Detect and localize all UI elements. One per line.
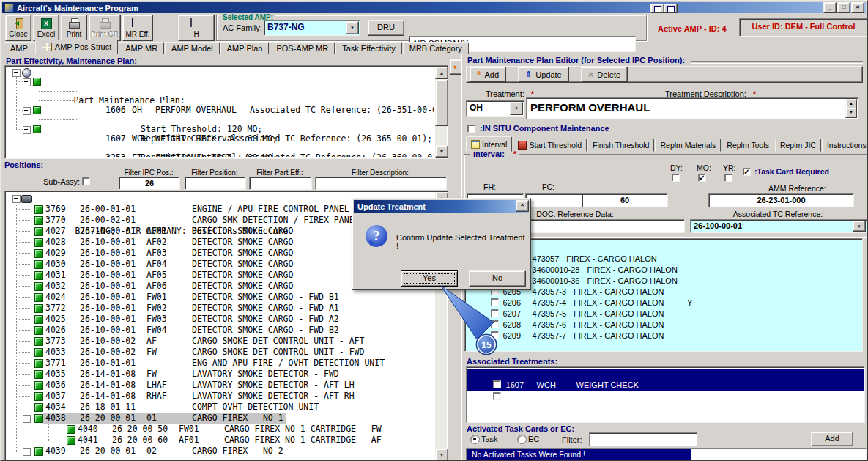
- float-tool-button-2[interactable]: [664, 4, 678, 13]
- main-tab[interactable]: AMP Model: [165, 42, 220, 54]
- plan-tree[interactable]: Part Maintenance Plan: 1606OHPERFORM OVE…: [4, 65, 448, 159]
- mo-checkbox[interactable]: ✓: [698, 174, 706, 182]
- chevron-down-icon[interactable]: ▼: [346, 21, 359, 34]
- position-row[interactable]: 403726-14-01-08RHAFLAVATORY SMOKE DETECT…: [7, 391, 434, 402]
- mr-eff-button[interactable]: MR Eff.: [122, 15, 153, 41]
- tree-expand-toggle[interactable]: [23, 415, 31, 423]
- effectivity-row[interactable]: 6208473957-6FIREX - CARGO HALON: [465, 309, 862, 320]
- position-row[interactable]: 403526-14-01-08FWLAVATORY SMOKE DETECTOR…: [7, 369, 434, 380]
- effectivity-checkbox[interactable]: [491, 331, 499, 339]
- print-cr-button[interactable]: Print CR: [89, 15, 121, 41]
- scroll-down-button[interactable]: ▼: [435, 145, 448, 158]
- ec-radio[interactable]: [517, 435, 527, 444]
- treatment-checkbox[interactable]: [493, 380, 501, 388]
- main-tab[interactable]: AMP Plan: [220, 42, 270, 54]
- add-button[interactable]: *Add: [470, 67, 506, 82]
- scrollbar-thumb[interactable]: [435, 79, 448, 126]
- editor-tab[interactable]: Instructions: [822, 139, 868, 152]
- tree-expand-toggle[interactable]: [12, 195, 21, 203]
- plan-tree-scrollbar[interactable]: ▲ ▼: [435, 67, 447, 158]
- history-button[interactable]: H: [178, 15, 215, 41]
- plan-tree-row[interactable]: Start Threshold: 120 MO;: [7, 86, 434, 96]
- position-row[interactable]: 402526-10-00-01FW03DETECTOR SMOKE CARGO …: [7, 314, 434, 325]
- filter-part-input[interactable]: [249, 177, 312, 190]
- insitu-checkbox[interactable]: [467, 125, 475, 133]
- position-row[interactable]: 403626-14-01-08LHAFLAVATORY SMOKE DETECT…: [7, 380, 434, 391]
- dru-button[interactable]: DRU: [368, 20, 404, 36]
- editor-tab[interactable]: Replm Tools: [722, 139, 774, 152]
- print-button[interactable]: Print: [61, 15, 87, 41]
- effectivity-row[interactable]: 6207473957-5FIREX - CARGO HALONY: [465, 298, 862, 309]
- chevron-down-icon[interactable]: ▼: [853, 221, 866, 232]
- filter-description-input[interactable]: [315, 177, 447, 190]
- effectivity-row[interactable]: 6209473957-7FIREX - CARGO HALON: [465, 320, 862, 331]
- plan-tree-row[interactable]: Repetitive Interval: 60 MO;: [7, 134, 434, 144]
- close-button[interactable]: Close: [5, 15, 31, 41]
- position-row[interactable]: 403326-10-00-02FWCARGO SMOKE DET CONTROL…: [7, 347, 434, 358]
- ac-family-select[interactable]: B737-NG ▼: [264, 20, 360, 36]
- no-button[interactable]: No: [469, 270, 526, 287]
- task-radio[interactable]: [470, 435, 480, 444]
- fc-input[interactable]: [525, 193, 582, 207]
- position-row[interactable]: 402426-10-00-01FW01DETECTOR SMOKE CARGO …: [7, 292, 434, 303]
- editor-tab[interactable]: Replm Materials: [655, 139, 721, 152]
- tree-expand-toggle[interactable]: [12, 69, 21, 77]
- excel-button[interactable]: X Excel: [33, 15, 59, 41]
- plan-tree-root[interactable]: Part Maintenance Plan:: [7, 67, 434, 77]
- close-window-button[interactable]: ×: [851, 2, 864, 13]
- position-row[interactable]: 404026-20-00-50FW01CARGO FIREX NO 1 CART…: [7, 424, 434, 435]
- plan-tree-row[interactable]: 1606OHPERFORM OVERHAULAssociated TC Refe…: [7, 77, 434, 86]
- dialog-close-button[interactable]: ×: [516, 200, 529, 212]
- delete-button[interactable]: ×Delete: [581, 67, 628, 82]
- editor-tab[interactable]: Finish Threshold: [587, 139, 654, 152]
- plan-tree-row[interactable]: Repetitive Interval: 60 MO;: [7, 115, 434, 125]
- spinner-down-button[interactable]: ▼: [845, 108, 857, 118]
- interval-value-field[interactable]: 60: [582, 193, 668, 207]
- maximize-button[interactable]: □: [837, 2, 850, 13]
- plan-tree-row[interactable]: 1607WCHWEIGHT CHECKAssociated TC Referen…: [7, 106, 434, 115]
- filter-position-input[interactable]: [185, 177, 246, 190]
- title-bar[interactable]: Aircraft's Maintenance Program: [2, 2, 866, 13]
- position-row[interactable]: 377226-10-00-01FW02DETECTOR SMOKE CARGO …: [7, 303, 434, 314]
- filter-ipc-input[interactable]: 26: [119, 177, 180, 190]
- plan-tree-row[interactable]: Repetitive Interval: 60 MO;: [7, 96, 434, 106]
- main-tab[interactable]: AMP MR: [119, 42, 164, 54]
- activated-tasks-list[interactable]: No Activated Tasks Were Found !: [466, 448, 867, 461]
- tc-reference-select[interactable]: 26-100-00-01 ▼: [690, 219, 867, 233]
- yes-button[interactable]: Yes: [401, 270, 458, 287]
- yr-checkbox[interactable]: [724, 174, 732, 182]
- tree-expand-toggle[interactable]: [23, 107, 31, 115]
- scroll-up-button[interactable]: ▲: [435, 67, 448, 79]
- float-tool-button-1[interactable]: [650, 4, 664, 13]
- position-row[interactable]: 402626-10-00-01FW04DETECTOR SMOKE CARGO …: [7, 325, 434, 336]
- position-row[interactable]: 404126-20-00-60AF01CARGO FIREX NO 1 CART…: [7, 435, 434, 446]
- treatment-checkbox[interactable]: [493, 392, 501, 400]
- editor-tab[interactable]: Start Threshold: [513, 139, 587, 152]
- main-tab[interactable]: MRB Category: [403, 42, 469, 54]
- position-row[interactable]: 403926-20-00-0102CARGO FIREX - NO 2: [7, 446, 434, 457]
- editor-tab[interactable]: Replm JIC: [775, 139, 821, 152]
- associated-treatments-list[interactable]: 1607WCHWEIGHT CHECK 3253FTFUNCTIONAL TES…: [466, 366, 865, 423]
- tree-expand-toggle[interactable]: [23, 126, 31, 134]
- position-row[interactable]: 377326-10-00-02AFCARGO SMOKE DET CONTROL…: [7, 336, 434, 347]
- main-tab[interactable]: AMP Pos Struct: [35, 40, 118, 54]
- position-row[interactable]: 377126-10-01-01ENG AND APU FIRE / OVHT D…: [7, 358, 434, 369]
- main-tab[interactable]: AMP: [4, 42, 34, 54]
- minimize-button[interactable]: _: [823, 2, 837, 13]
- tree-expand-toggle[interactable]: [23, 448, 31, 456]
- dy-checkbox[interactable]: [672, 174, 680, 182]
- main-tab[interactable]: Task Effectivity: [335, 42, 402, 54]
- chevron-down-icon[interactable]: ▼: [510, 102, 523, 115]
- add-task-button[interactable]: Add: [811, 432, 853, 446]
- scroll-down-button[interactable]: ▼: [435, 449, 448, 461]
- treatment-description-field[interactable]: PERFORM OVERHAUL ▲ ▼: [526, 97, 858, 119]
- amm-reference-field[interactable]: 26-23-01-000: [708, 193, 854, 207]
- subassy-checkbox[interactable]: [82, 177, 90, 185]
- task-filter-input[interactable]: [589, 432, 697, 446]
- update-button[interactable]: ⇑Update: [518, 67, 569, 82]
- dialog-title-bar[interactable]: Update Treatment: [354, 200, 529, 213]
- task-card-checkbox[interactable]: ✓: [743, 168, 751, 176]
- treatment-select[interactable]: OH ▼: [466, 100, 524, 117]
- editor-tab[interactable]: Interval: [466, 136, 512, 152]
- position-row[interactable]: 403426-18-01-11COMPT OVHT DETECTION UNIT: [7, 402, 434, 413]
